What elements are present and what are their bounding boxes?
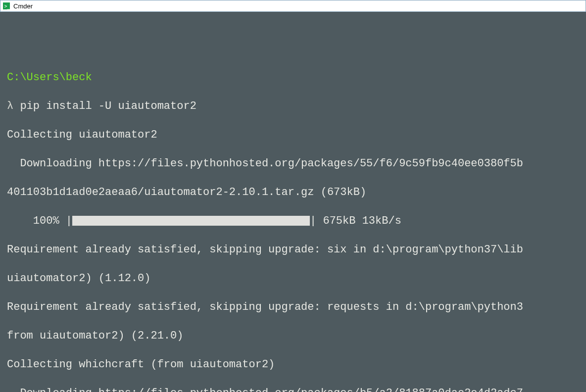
- progress-line: 100% || 675kB 13kB/s: [7, 214, 579, 228]
- cmder-icon: >_: [3, 2, 10, 9]
- prompt-symbol: λ: [7, 100, 13, 112]
- app-icon: >_: [2, 2, 10, 10]
- window-title: Cmder: [13, 0, 33, 13]
- output-line: Collecting whichcraft (from uiautomator2…: [7, 357, 579, 372]
- current-path: C:\Users\beck: [7, 71, 92, 84]
- output-line: 401103b1d1ad0e2aeaa6/uiautomator2-2.10.1…: [7, 185, 579, 199]
- command-line: λ pip install -U uiautomator2: [7, 99, 579, 113]
- output-line: from uiautomator2) (2.21.0): [7, 329, 579, 343]
- entered-command: pip install -U uiautomator2: [20, 100, 196, 112]
- output-line: Requirement already satisfied, skipping …: [7, 243, 579, 257]
- output-line: Downloading https://files.pythonhosted.o…: [7, 156, 579, 171]
- terminal-top-padding: [7, 26, 579, 56]
- output-line: Collecting uiautomator2: [7, 128, 579, 142]
- output-line: Requirement already satisfied, skipping …: [7, 300, 579, 314]
- progress-stats: | 675kB 13kB/s: [310, 215, 401, 227]
- output-line: Downloading https://files.pythonhosted.o…: [7, 386, 579, 392]
- progress-bar-fill: [72, 216, 310, 226]
- progress-percent: 100% |: [7, 215, 72, 227]
- terminal-output[interactable]: C:\Users\beck λ pip install -U uiautomat…: [0, 12, 586, 392]
- prompt-line: C:\Users\beck: [7, 70, 579, 85]
- svg-text:>_: >_: [4, 3, 10, 9]
- window-title-bar[interactable]: >_ Cmder: [0, 0, 586, 12]
- output-line: uiautomator2) (1.12.0): [7, 271, 579, 286]
